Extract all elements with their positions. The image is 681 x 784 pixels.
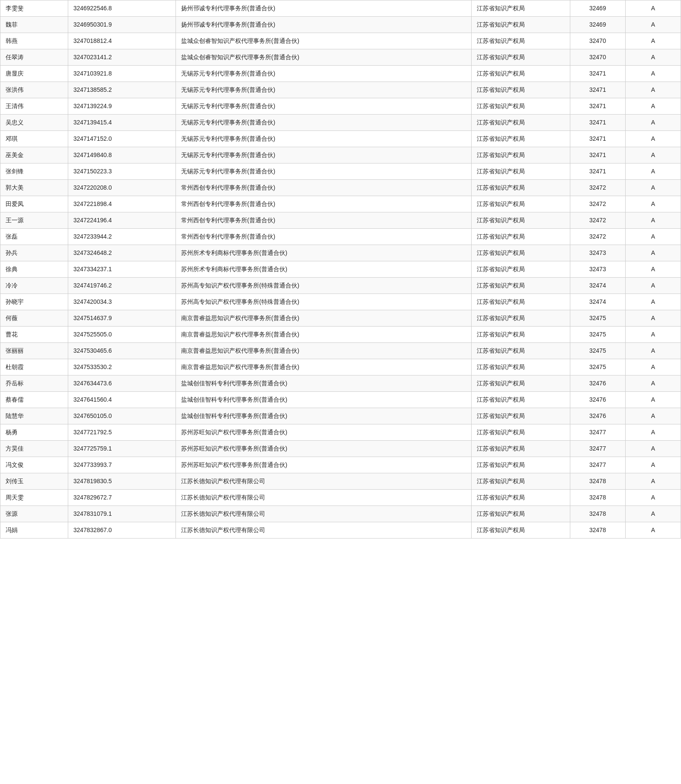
name-cell: 巫美金 xyxy=(0,147,68,163)
cert-number-cell: 3247324648.2 xyxy=(68,245,176,261)
code-cell: 32473 xyxy=(570,261,625,278)
level-cell: A xyxy=(625,457,681,473)
table-row: 陆慧华3247650105.0盐城创佳智科专利代理事务所(普通合伙)江苏省知识产… xyxy=(0,408,681,424)
cert-number-cell: 3247420034.3 xyxy=(68,294,176,310)
level-cell: A xyxy=(625,506,681,522)
authority-cell: 江苏省知识产权局 xyxy=(471,82,570,98)
authority-cell: 江苏省知识产权局 xyxy=(471,261,570,278)
code-cell: 32477 xyxy=(570,441,625,457)
code-cell: 32473 xyxy=(570,245,625,261)
firm-cell: 无锡苏元专利代理事务所(普通合伙) xyxy=(176,82,472,98)
code-cell: 32478 xyxy=(570,506,625,522)
level-cell: A xyxy=(625,147,681,163)
authority-cell: 江苏省知识产权局 xyxy=(471,441,570,457)
code-cell: 32470 xyxy=(570,33,625,49)
code-cell: 32469 xyxy=(570,17,625,33)
authority-cell: 江苏省知识产权局 xyxy=(471,473,570,490)
code-cell: 32475 xyxy=(570,310,625,327)
code-cell: 32472 xyxy=(570,196,625,212)
cert-number-cell: 3247733993.7 xyxy=(68,457,176,473)
table-row: 方昊佳3247725759.1苏州苏旺知识产权代理事务所(普通合伙)江苏省知识产… xyxy=(0,441,681,457)
cert-number-cell: 3247641560.4 xyxy=(68,392,176,408)
authority-cell: 江苏省知识产权局 xyxy=(471,115,570,131)
authority-cell: 江苏省知识产权局 xyxy=(471,327,570,343)
authority-cell: 江苏省知识产权局 xyxy=(471,490,570,506)
code-cell: 32472 xyxy=(570,212,625,229)
authority-cell: 江苏省知识产权局 xyxy=(471,17,570,33)
authority-cell: 江苏省知识产权局 xyxy=(471,522,570,539)
authority-cell: 江苏省知识产权局 xyxy=(471,294,570,310)
firm-cell: 常州西创专利代理事务所(普通合伙) xyxy=(176,212,472,229)
level-cell: A xyxy=(625,196,681,212)
name-cell: 乔岳标 xyxy=(0,375,68,392)
firm-cell: 无锡苏元专利代理事务所(普通合伙) xyxy=(176,115,472,131)
code-cell: 32475 xyxy=(570,343,625,359)
table-row: 张源3247831079.1江苏长德知识产权代理有限公司江苏省知识产权局3247… xyxy=(0,506,681,522)
cert-number-cell: 3247139224.9 xyxy=(68,98,176,115)
level-cell: A xyxy=(625,343,681,359)
firm-cell: 盐城众创睿智知识产权代理事务所(普通合伙) xyxy=(176,49,472,66)
firm-cell: 盐城创佳智科专利代理事务所(普通合伙) xyxy=(176,375,472,392)
code-cell: 32470 xyxy=(570,49,625,66)
level-cell: A xyxy=(625,17,681,33)
cert-number-cell: 3247221898.4 xyxy=(68,196,176,212)
table-row: 郭大美3247220208.0常州西创专利代理事务所(普通合伙)江苏省知识产权局… xyxy=(0,180,681,196)
code-cell: 32471 xyxy=(570,82,625,98)
name-cell: 冷冷 xyxy=(0,278,68,294)
level-cell: A xyxy=(625,180,681,196)
cert-number-cell: 3247149840.8 xyxy=(68,147,176,163)
authority-cell: 江苏省知识产权局 xyxy=(471,359,570,375)
level-cell: A xyxy=(625,522,681,539)
name-cell: 田爱凤 xyxy=(0,196,68,212)
level-cell: A xyxy=(625,0,681,17)
level-cell: A xyxy=(625,163,681,180)
name-cell: 王清伟 xyxy=(0,98,68,115)
code-cell: 32478 xyxy=(570,522,625,539)
table-row: 任翠涛3247023141.2盐城众创睿智知识产权代理事务所(普通合伙)江苏省知… xyxy=(0,49,681,66)
table-row: 徐典3247334237.1苏州所术专利商标代理事务所(普通合伙)江苏省知识产权… xyxy=(0,261,681,278)
code-cell: 32477 xyxy=(570,424,625,441)
authority-cell: 江苏省知识产权局 xyxy=(471,408,570,424)
authority-cell: 江苏省知识产权局 xyxy=(471,163,570,180)
cert-number-cell: 3247334237.1 xyxy=(68,261,176,278)
code-cell: 32472 xyxy=(570,229,625,245)
cert-number-cell: 3247018812.4 xyxy=(68,33,176,49)
name-cell: 邓琪 xyxy=(0,131,68,147)
name-cell: 杜朝霞 xyxy=(0,359,68,375)
firm-cell: 盐城创佳智科专利代理事务所(普通合伙) xyxy=(176,408,472,424)
code-cell: 32471 xyxy=(570,115,625,131)
table-row: 王一源3247224196.4常州西创专利代理事务所(普通合伙)江苏省知识产权局… xyxy=(0,212,681,229)
table-row: 李雯斐3246922546.8扬州邗诚专利代理事务所(普通合伙)江苏省知识产权局… xyxy=(0,0,681,17)
level-cell: A xyxy=(625,473,681,490)
name-cell: 韩燕 xyxy=(0,33,68,49)
authority-cell: 江苏省知识产权局 xyxy=(471,310,570,327)
level-cell: A xyxy=(625,98,681,115)
name-cell: 蔡春儒 xyxy=(0,392,68,408)
table-row: 冷冷3247419746.2苏州高专知识产权代理事务所(特殊普通合伙)江苏省知识… xyxy=(0,278,681,294)
code-cell: 32471 xyxy=(570,131,625,147)
firm-cell: 苏州苏旺知识产权代理事务所(普通合伙) xyxy=(176,457,472,473)
name-cell: 唐显庆 xyxy=(0,66,68,82)
main-table-container: 李雯斐3246922546.8扬州邗诚专利代理事务所(普通合伙)江苏省知识产权局… xyxy=(0,0,681,539)
authority-cell: 江苏省知识产权局 xyxy=(471,375,570,392)
table-row: 何薇3247514637.9南京普睿益思知识产权代理事务所(普通合伙)江苏省知识… xyxy=(0,310,681,327)
cert-number-cell: 3247224196.4 xyxy=(68,212,176,229)
code-cell: 32478 xyxy=(570,473,625,490)
firm-cell: 苏州所术专利商标代理事务所(普通合伙) xyxy=(176,261,472,278)
firm-cell: 江苏长德知识产权代理有限公司 xyxy=(176,522,472,539)
name-cell: 徐典 xyxy=(0,261,68,278)
firm-cell: 苏州所术专利商标代理事务所(普通合伙) xyxy=(176,245,472,261)
name-cell: 张磊 xyxy=(0,229,68,245)
level-cell: A xyxy=(625,327,681,343)
authority-cell: 江苏省知识产权局 xyxy=(471,229,570,245)
level-cell: A xyxy=(625,490,681,506)
firm-cell: 苏州苏旺知识产权代理事务所(普通合伙) xyxy=(176,424,472,441)
name-cell: 张源 xyxy=(0,506,68,522)
cert-number-cell: 3247831079.1 xyxy=(68,506,176,522)
table-row: 张剑锋3247150223.3无锡苏元专利代理事务所(普通合伙)江苏省知识产权局… xyxy=(0,163,681,180)
name-cell: 张洪伟 xyxy=(0,82,68,98)
table-row: 刘传玉3247819830.5江苏长德知识产权代理有限公司江苏省知识产权局324… xyxy=(0,473,681,490)
firm-cell: 无锡苏元专利代理事务所(普通合伙) xyxy=(176,147,472,163)
code-cell: 32472 xyxy=(570,180,625,196)
firm-cell: 无锡苏元专利代理事务所(普通合伙) xyxy=(176,98,472,115)
